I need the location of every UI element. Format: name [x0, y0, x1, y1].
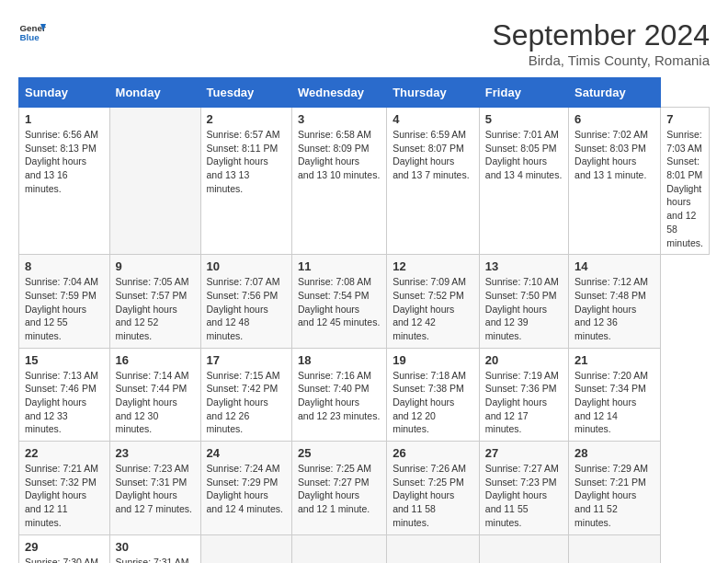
table-row [479, 534, 568, 563]
col-monday: Monday [109, 78, 200, 108]
table-row: 2Sunrise: 6:57 AMSunset: 8:11 PMDaylight… [200, 108, 291, 255]
header-row: Sunday Monday Tuesday Wednesday Thursday… [19, 78, 710, 108]
table-row: 18Sunrise: 7:16 AMSunset: 7:40 PMDayligh… [291, 348, 386, 441]
table-row: 23Sunrise: 7:23 AMSunset: 7:31 PMDayligh… [109, 442, 200, 534]
table-row [291, 534, 386, 563]
col-friday: Friday [479, 78, 568, 108]
calendar-table: Sunday Monday Tuesday Wednesday Thursday… [18, 77, 710, 563]
col-sunday: Sunday [19, 78, 110, 108]
logo-icon: General Blue [18, 18, 46, 46]
table-row: 3Sunrise: 6:58 AMSunset: 8:09 PMDaylight… [291, 108, 386, 255]
table-row [387, 534, 480, 563]
table-row: 15Sunrise: 7:13 AMSunset: 7:46 PMDayligh… [19, 348, 110, 441]
table-row: 7Sunrise: 7:03 AMSunset: 8:01 PMDaylight… [661, 108, 710, 255]
table-row: 4Sunrise: 6:59 AMSunset: 8:07 PMDaylight… [387, 108, 480, 255]
location-subtitle: Birda, Timis County, Romania [492, 52, 710, 68]
col-saturday: Saturday [569, 78, 661, 108]
col-thursday: Thursday [387, 78, 480, 108]
table-row: 27Sunrise: 7:27 AMSunset: 7:23 PMDayligh… [479, 442, 568, 534]
table-row: 9Sunrise: 7:05 AMSunset: 7:57 PMDaylight… [109, 255, 200, 348]
table-row [569, 534, 661, 563]
table-row: 13Sunrise: 7:10 AMSunset: 7:50 PMDayligh… [479, 255, 568, 348]
table-row: 29Sunrise: 7:30 AMSunset: 7:19 PMDayligh… [19, 534, 110, 563]
table-row: 25Sunrise: 7:25 AMSunset: 7:27 PMDayligh… [291, 442, 386, 534]
table-row: 24Sunrise: 7:24 AMSunset: 7:29 PMDayligh… [200, 442, 291, 534]
table-row: 21Sunrise: 7:20 AMSunset: 7:34 PMDayligh… [569, 348, 661, 441]
table-row: 6Sunrise: 7:02 AMSunset: 8:03 PMDaylight… [569, 108, 661, 255]
table-row: 8Sunrise: 7:04 AMSunset: 7:59 PMDaylight… [19, 255, 110, 348]
table-row: 28Sunrise: 7:29 AMSunset: 7:21 PMDayligh… [569, 442, 661, 534]
table-row: 11Sunrise: 7:08 AMSunset: 7:54 PMDayligh… [291, 255, 386, 348]
table-row: 1Sunrise: 6:56 AMSunset: 8:13 PMDaylight… [19, 108, 110, 255]
logo: General Blue [18, 18, 46, 46]
table-row: 5Sunrise: 7:01 AMSunset: 8:05 PMDaylight… [479, 108, 568, 255]
table-row: 17Sunrise: 7:15 AMSunset: 7:42 PMDayligh… [200, 348, 291, 441]
page-header: General Blue September 2024 Birda, Timis… [18, 18, 710, 68]
title-section: September 2024 Birda, Timis County, Roma… [492, 18, 710, 68]
table-row: 14Sunrise: 7:12 AMSunset: 7:48 PMDayligh… [569, 255, 661, 348]
month-title: September 2024 [492, 18, 710, 52]
table-row: 30Sunrise: 7:31 AMSunset: 7:17 PMDayligh… [109, 534, 200, 563]
table-row: 20Sunrise: 7:19 AMSunset: 7:36 PMDayligh… [479, 348, 568, 441]
table-row [109, 108, 200, 255]
table-row: 22Sunrise: 7:21 AMSunset: 7:32 PMDayligh… [19, 442, 110, 534]
table-row: 10Sunrise: 7:07 AMSunset: 7:56 PMDayligh… [200, 255, 291, 348]
table-row [200, 534, 291, 563]
col-tuesday: Tuesday [200, 78, 291, 108]
table-row: 19Sunrise: 7:18 AMSunset: 7:38 PMDayligh… [387, 348, 480, 441]
svg-text:Blue: Blue [20, 32, 40, 42]
table-row: 26Sunrise: 7:26 AMSunset: 7:25 PMDayligh… [387, 442, 480, 534]
table-row: 12Sunrise: 7:09 AMSunset: 7:52 PMDayligh… [387, 255, 480, 348]
table-row: 16Sunrise: 7:14 AMSunset: 7:44 PMDayligh… [109, 348, 200, 441]
col-wednesday: Wednesday [291, 78, 386, 108]
